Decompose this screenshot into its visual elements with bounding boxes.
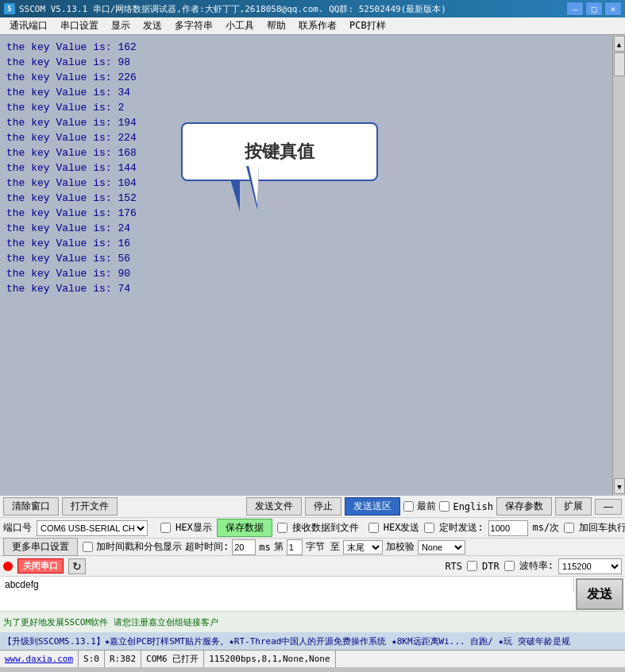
- tooltip-text: 按键真值: [245, 141, 314, 161]
- menu-help[interactable]: 帮助: [260, 17, 292, 34]
- info-text: 为了更好地发展SSCOM软件 请您注册嘉立创组链接客户: [3, 616, 218, 628]
- app-icon: S: [3, 2, 16, 15]
- log-line: the key Value is: 2: [6, 100, 619, 115]
- port-select[interactable]: COM6 USB-SERIAL CH340: [37, 520, 148, 536]
- menu-send[interactable]: 发送: [137, 17, 168, 34]
- info-row: 为了更好地发展SSCOM软件 请您注册嘉立创组链接客户: [0, 612, 625, 632]
- tooltip-bubble: 按键真值: [181, 122, 378, 181]
- website-link[interactable]: www.daxia.com: [5, 654, 73, 664]
- english-checkbox[interactable]: [439, 501, 449, 512]
- port-status-dot: [3, 562, 13, 571]
- timestamp-label: 加时间戳和分包显示: [96, 540, 182, 554]
- menu-serial-settings[interactable]: 串口设置: [54, 17, 105, 34]
- send-file-button[interactable]: 发送文件: [246, 497, 302, 516]
- refresh-button[interactable]: ↻: [68, 558, 86, 574]
- send-row: 发送: [0, 577, 625, 612]
- byte-label: 字节 至: [306, 540, 340, 554]
- s-status: S:0: [79, 651, 105, 667]
- minimize-button[interactable]: —: [566, 2, 584, 16]
- port-status: COM6 已打开: [141, 651, 204, 667]
- hex-send-label: HEX发送: [384, 521, 420, 535]
- close-button[interactable]: ✕: [604, 2, 622, 16]
- send-area-button[interactable]: 发送送区: [345, 497, 400, 516]
- maximize-button[interactable]: □: [585, 2, 603, 16]
- log-line: the key Value is: 74: [6, 281, 619, 296]
- r-status: R:382: [105, 651, 141, 667]
- title-bar: S SSCOM V5.13.1 串口/网络数据调试器,作者:大虾丁丁,26180…: [0, 0, 625, 17]
- check-label: 加校验: [386, 540, 415, 554]
- scroll-thumb[interactable]: [614, 52, 625, 76]
- open-file-button[interactable]: 打开文件: [62, 497, 118, 516]
- hex-display-checkbox[interactable]: [160, 523, 171, 533]
- end-select[interactable]: 末尾: [343, 540, 383, 554]
- menu-pcb[interactable]: PCB打样: [343, 17, 392, 34]
- log-line: the key Value is: 90: [6, 266, 619, 281]
- log-line: the key Value is: 226: [6, 70, 619, 85]
- save-recv-label: 接收数据到文件: [292, 521, 359, 535]
- expand-button[interactable]: 扩展: [555, 497, 592, 516]
- timed-send-label: 定时发送:: [439, 521, 483, 535]
- dash-button[interactable]: —: [595, 499, 622, 515]
- save-recv-checkbox[interactable]: [277, 523, 287, 533]
- dtr-checkbox[interactable]: [504, 561, 515, 571]
- window-title: SSCOM V5.13.1 串口/网络数据调试器,作者:大虾丁丁,2618058…: [19, 3, 446, 15]
- page-label: 第: [274, 540, 284, 554]
- dtr-checkbox-label: DTR: [482, 561, 500, 572]
- menu-comm-port[interactable]: 通讯端口: [3, 17, 54, 34]
- menu-bar: 通讯端口 串口设置 显示 发送 多字符串 小工具 帮助 联系作者 PCB打样: [0, 17, 625, 35]
- stop-button[interactable]: 停止: [305, 497, 341, 516]
- add-cr-label: 加回车执行: [579, 521, 625, 535]
- log-line: the key Value is: 152: [6, 191, 619, 206]
- rts-checkbox-label: RTS: [445, 561, 462, 572]
- ticker-bar: 【升级到SSCOM5.13.1】★嘉立创PCB打样SMT贴片服务。★RT-Thr…: [0, 632, 625, 650]
- send-text-input[interactable]: [0, 577, 574, 593]
- timed-unit-label: ms/次: [533, 521, 560, 535]
- timestamp-checkbox[interactable]: [83, 542, 93, 552]
- hex-display-label: HEX显示: [176, 521, 212, 535]
- baud-select[interactable]: 115200: [558, 558, 622, 574]
- scroll-down[interactable]: ▼: [614, 478, 625, 494]
- main-log-area: the key Value is: 162the key Value is: 9…: [0, 35, 625, 496]
- log-line: the key Value is: 16: [6, 236, 619, 251]
- status-bar: www.daxia.com S:0 R:382 COM6 已打开 115200b…: [0, 650, 625, 667]
- log-line: the key Value is: 56: [6, 251, 619, 266]
- toolbar-row2: 端口号 COM6 USB-SERIAL CH340 HEX显示 保存数据 接收数…: [0, 518, 625, 539]
- baud-label: 波特率:: [519, 559, 554, 573]
- menu-tools[interactable]: 小工具: [219, 17, 260, 34]
- send-button[interactable]: 发送: [576, 578, 623, 610]
- save-params-button[interactable]: 保存参数: [496, 497, 552, 516]
- scrollbar[interactable]: ▲ ▼: [612, 35, 625, 496]
- close-port-button[interactable]: 关闭串口: [17, 558, 64, 574]
- menu-contact[interactable]: 联系作者: [292, 17, 343, 34]
- menu-multistring[interactable]: 多字符串: [168, 17, 219, 34]
- timeout-input[interactable]: [232, 539, 256, 555]
- hex-send-checkbox[interactable]: [368, 523, 379, 533]
- rts-checkbox[interactable]: [467, 561, 477, 571]
- timeout-unit: ms: [259, 542, 270, 553]
- log-line: the key Value is: 98: [6, 55, 619, 70]
- menu-display[interactable]: 显示: [105, 17, 137, 34]
- log-line: the key Value is: 24: [6, 221, 619, 236]
- log-line: the key Value is: 162: [6, 40, 619, 55]
- more-port-button[interactable]: 更多串口设置: [3, 538, 78, 556]
- page-num-input[interactable]: [287, 539, 303, 555]
- port-control-row: 关闭串口 ↻ RTS DTR 波特率: 115200: [0, 556, 625, 577]
- log-line: the key Value is: 176: [6, 206, 619, 221]
- clear-window-button[interactable]: 清除窗口: [3, 497, 59, 516]
- timeout-label: 超时时间:: [185, 540, 229, 554]
- toolbar-row1: 清除窗口 打开文件 发送文件 停止 发送送区 最前 English 保存参数 扩…: [0, 496, 625, 518]
- timed-value-input[interactable]: [488, 520, 528, 536]
- baud-status: 115200bps,8,1,None,None: [204, 651, 335, 667]
- add-cr-checkbox[interactable]: [564, 523, 574, 533]
- check-select[interactable]: None: [418, 540, 465, 554]
- window-controls: — □ ✕: [566, 2, 622, 16]
- log-line: the key Value is: 34: [6, 85, 619, 100]
- port-label: 端口号: [3, 521, 32, 535]
- ticker-text: 【升级到SSCOM5.13.1】★嘉立创PCB打样SMT贴片服务。★RT-Thr…: [3, 635, 570, 647]
- website-status[interactable]: www.daxia.com: [0, 651, 79, 667]
- save-data-button[interactable]: 保存数据: [217, 519, 272, 537]
- timed-send-checkbox[interactable]: [424, 523, 434, 533]
- scroll-up[interactable]: ▲: [614, 36, 625, 52]
- latest-checkbox[interactable]: [403, 501, 414, 512]
- latest-label: 最前: [417, 500, 436, 513]
